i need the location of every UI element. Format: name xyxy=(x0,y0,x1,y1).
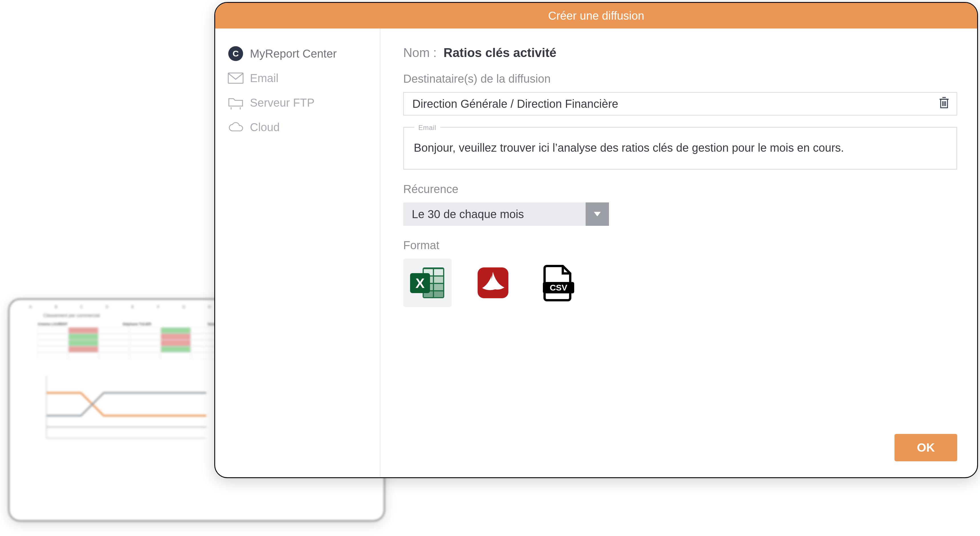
sidebar-item-ftp[interactable]: Serveur FTP xyxy=(228,95,372,111)
svg-marker-11 xyxy=(594,212,601,216)
spreadsheet-mini-chart: — — — xyxy=(46,376,206,439)
sidebar-item-label: Cloud xyxy=(250,121,280,134)
email-body-text: Bonjour, veuillez trouver ici l’analyse … xyxy=(414,141,844,154)
ok-button[interactable]: OK xyxy=(894,434,957,461)
envelope-icon xyxy=(228,70,243,86)
sidebar-item-myreport-center[interactable]: C MyReport Center xyxy=(228,46,372,62)
svg-rect-2 xyxy=(228,73,243,83)
letter-c-circle-icon: C xyxy=(228,46,243,62)
recipient-value: Direction Générale / Direction Financièr… xyxy=(412,97,618,110)
sidebar-item-label: Serveur FTP xyxy=(250,96,315,109)
dialog-main: Nom : Ratios clés activité Destinataire(… xyxy=(380,29,977,477)
dialog-sidebar: C MyReport Center Email Serveur FTP xyxy=(215,29,380,477)
sidebar-item-cloud[interactable]: Cloud xyxy=(228,119,372,135)
format-csv-button[interactable]: CSV xyxy=(534,258,583,307)
svg-text:C: C xyxy=(232,49,239,58)
svg-rect-18 xyxy=(434,284,443,290)
delete-recipient-button[interactable] xyxy=(939,96,950,112)
chevron-down-icon xyxy=(593,211,601,217)
email-legend: Email xyxy=(414,123,440,133)
svg-rect-20 xyxy=(434,291,443,297)
email-body-field[interactable]: Email Bonjour, veuillez trouver ici l’an… xyxy=(403,127,957,170)
sidebar-item-label: MyReport Center xyxy=(250,47,337,60)
dialog-title: Créer une diffusion xyxy=(215,3,977,29)
recurrence-value: Le 30 de chaque mois xyxy=(403,203,585,226)
svg-text:X: X xyxy=(415,276,425,291)
excel-icon: X xyxy=(409,266,446,300)
name-row: Nom : Ratios clés activité xyxy=(403,46,957,60)
csv-icon: CSV xyxy=(543,264,574,302)
sidebar-item-email[interactable]: Email xyxy=(228,70,372,86)
cloud-icon xyxy=(228,119,243,135)
svg-text:CSV: CSV xyxy=(550,283,567,292)
pdf-icon xyxy=(476,266,510,300)
name-label: Nom : xyxy=(403,46,437,60)
trash-icon xyxy=(939,96,950,109)
recurrence-dropdown-button[interactable] xyxy=(585,203,609,226)
format-label: Format xyxy=(403,239,957,252)
name-value: Ratios clés activité xyxy=(444,46,556,60)
svg-rect-14 xyxy=(434,269,443,275)
format-pdf-button[interactable] xyxy=(469,258,517,307)
recipient-input[interactable]: Direction Générale / Direction Financièr… xyxy=(403,92,957,115)
server-folder-icon xyxy=(228,95,243,111)
format-options: X CSV xyxy=(403,258,957,307)
format-excel-button[interactable]: X xyxy=(403,258,452,307)
recipients-label: Destinataire(s) de la diffusion xyxy=(403,72,957,85)
recurrence-label: Récurence xyxy=(403,183,957,196)
recurrence-select[interactable]: Le 30 de chaque mois xyxy=(403,203,957,226)
sidebar-item-label: Email xyxy=(250,72,278,85)
create-diffusion-dialog: Créer une diffusion C MyReport Center Em… xyxy=(214,2,978,478)
svg-rect-16 xyxy=(434,276,443,283)
